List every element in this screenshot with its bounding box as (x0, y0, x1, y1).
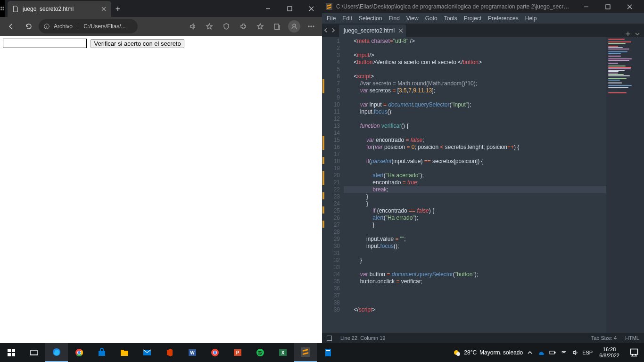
shield-icon[interactable] (218, 18, 234, 34)
taskbar-app-word[interactable]: W (181, 343, 204, 362)
favorites-button[interactable] (252, 18, 268, 34)
verify-button[interactable]: Verificar si acerto con el secreto (91, 39, 184, 48)
menu-item-selection[interactable]: Selection (359, 15, 382, 22)
collections-button[interactable] (269, 18, 285, 34)
battery-icon[interactable] (549, 349, 556, 356)
menu-bar[interactable]: FileEditSelectionFindViewGotoToolsProjec… (322, 13, 644, 24)
refresh-button[interactable] (21, 18, 37, 34)
close-tab-icon[interactable] (398, 28, 403, 33)
tab-next-button[interactable] (330, 24, 337, 37)
svg-rect-6 (274, 24, 279, 29)
language-indicator[interactable]: ESP (582, 350, 593, 355)
taskbar-app-office[interactable] (158, 343, 181, 362)
address-scheme: Archivo (54, 23, 73, 30)
menu-item-help[interactable]: Help (525, 15, 537, 22)
taskbar-app-mail[interactable] (136, 343, 158, 362)
volume-icon[interactable] (572, 349, 578, 356)
browser-tab[interactable]: juego_secreto2.html (8, 1, 111, 17)
menu-item-edit[interactable]: Edit (342, 15, 352, 22)
maximize-button[interactable] (279, 0, 300, 17)
menu-item-project[interactable]: Project (464, 15, 481, 22)
code-editor[interactable]: <meta charset="utf-8" /> <input/> <butto… (344, 37, 606, 333)
sublime-titlebar[interactable]: C:\Users\Elias\Desktop\logica de program… (322, 0, 644, 13)
svg-rect-4 (288, 7, 292, 11)
taskbar-app-edge[interactable] (45, 343, 68, 362)
wifi-icon[interactable] (561, 349, 567, 356)
minimize-button[interactable] (575, 0, 597, 13)
svg-rect-24 (99, 351, 105, 356)
menu-item-preferences[interactable]: Preferences (488, 15, 519, 22)
minimize-button[interactable] (257, 0, 279, 17)
weather-label: Mayorm. soleado (479, 349, 523, 356)
tab-prev-button[interactable] (322, 24, 330, 37)
new-tab-icon[interactable] (625, 31, 631, 37)
sun-icon (452, 348, 461, 357)
taskbar-app-sublime[interactable] (294, 343, 317, 362)
svg-rect-44 (554, 352, 555, 353)
line-number-gutter[interactable]: 1234567891011121314151617181920212223242… (325, 37, 344, 333)
svg-point-8 (308, 26, 309, 27)
tab-size-indicator[interactable]: Tab Size: 4 (591, 335, 617, 341)
onedrive-icon[interactable] (538, 349, 545, 356)
taskbar-app-powerpoint[interactable]: P (226, 343, 249, 362)
close-window-button[interactable] (619, 0, 640, 13)
taskbar-app-chrome-2[interactable] (204, 343, 226, 362)
syntax-indicator[interactable]: HTML (625, 335, 639, 341)
clock-date: 6/8/2022 (599, 353, 619, 359)
close-window-button[interactable] (300, 0, 322, 17)
menu-item-goto[interactable]: Goto (425, 15, 438, 22)
taskbar-app-store[interactable] (91, 343, 113, 362)
svg-rect-13 (8, 349, 11, 352)
edge-titlebar[interactable]: juego_secreto2.html + (0, 0, 322, 17)
menu-item-view[interactable]: View (406, 15, 419, 22)
svg-point-32 (214, 351, 216, 354)
svg-rect-1 (3, 7, 4, 8)
chevron-up-icon[interactable] (527, 349, 533, 356)
svg-rect-38 (301, 347, 310, 357)
taskbar-app-spotify[interactable] (249, 343, 272, 362)
tab-actions-button[interactable] (0, 0, 5, 17)
svg-rect-26 (121, 350, 124, 351)
address-bar[interactable]: Archivo | C:/Users/Elias/... (39, 19, 138, 33)
tab-dropdown-icon[interactable] (635, 31, 640, 37)
clock[interactable]: 16:28 6/8/2022 (596, 346, 622, 359)
sublime-logo-icon (326, 3, 332, 10)
notifications-button[interactable] (626, 343, 642, 362)
close-tab-icon[interactable] (101, 6, 107, 12)
page-content: Verificar si acerto con el secreto (0, 36, 322, 343)
menu-button[interactable] (303, 18, 319, 34)
system-tray[interactable] (527, 349, 578, 356)
extensions-button[interactable] (235, 18, 251, 34)
taskbar-app-excel[interactable]: X (272, 343, 294, 362)
new-tab-button[interactable]: + (111, 1, 124, 17)
profile-button[interactable] (286, 18, 302, 34)
windows-taskbar[interactable]: W P X 28°C Mayorm. soleado ESP 16:28 6/8… (0, 343, 644, 362)
svg-point-9 (311, 26, 312, 27)
file-tab[interactable]: juego_secreto2.html (339, 25, 406, 37)
info-icon (43, 23, 50, 30)
taskbar-app-calculator[interactable] (317, 343, 339, 362)
sublime-text-window: C:\Users\Elias\Desktop\logica de program… (322, 0, 644, 343)
guess-input[interactable] (3, 39, 87, 48)
svg-rect-3 (3, 9, 4, 10)
address-separator: | (77, 23, 79, 30)
svg-rect-16 (12, 353, 15, 356)
menu-item-tools[interactable]: Tools (444, 15, 457, 22)
svg-rect-43 (550, 351, 554, 354)
taskbar-app-chrome[interactable] (68, 343, 91, 362)
back-button[interactable] (3, 18, 19, 34)
minimap[interactable] (606, 37, 644, 333)
start-button[interactable] (0, 343, 23, 362)
weather-widget[interactable]: 28°C Mayorm. soleado (452, 348, 523, 357)
maximize-button[interactable] (597, 0, 619, 13)
menu-item-file[interactable]: File (327, 15, 336, 22)
taskbar-app-explorer[interactable] (113, 343, 136, 362)
task-view-button[interactable] (23, 343, 45, 362)
file-icon (12, 6, 19, 12)
panel-toggle-icon[interactable] (327, 336, 332, 341)
favorite-button[interactable] (201, 18, 217, 34)
read-aloud-button[interactable] (184, 18, 200, 34)
weather-temp: 28°C (464, 349, 477, 356)
svg-rect-17 (31, 350, 37, 355)
menu-item-find[interactable]: Find (388, 15, 399, 22)
